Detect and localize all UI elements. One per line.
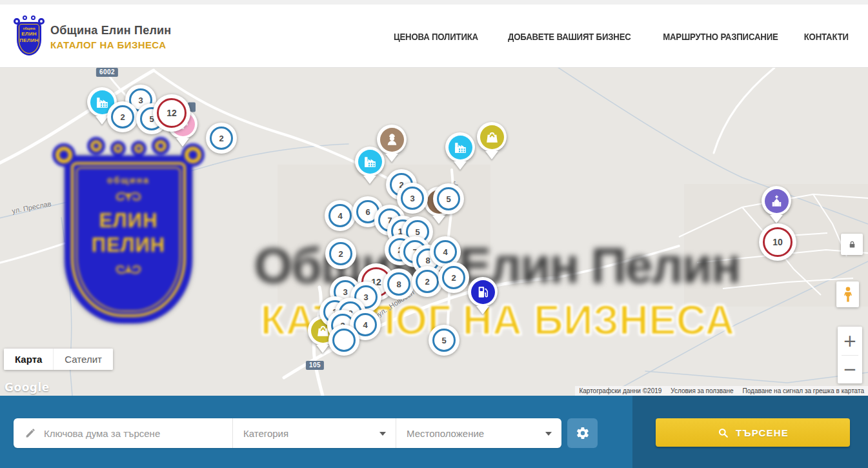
marker-cluster[interactable]: 5 [429, 325, 459, 356]
marker-cluster[interactable]: 2 [107, 101, 138, 132]
marker-cluster[interactable]: 5 [433, 183, 464, 214]
site-subtitle: КАТАЛОГ НА БИЗНЕСА [50, 39, 171, 50]
street-label: ул. Преслав [11, 199, 52, 215]
map-pin-factory[interactable] [445, 132, 475, 162]
marker-cluster[interactable] [328, 325, 359, 356]
attribution-copyright: Картографски данни ©2019 [579, 387, 661, 394]
route-shield: 105 [306, 361, 324, 370]
street-view-lock-button[interactable] [841, 234, 863, 255]
map-pin-fuel[interactable] [468, 277, 498, 307]
nav-route-schedule[interactable]: МАРШРУТНО РАЗПИСАНИЕ [663, 31, 778, 42]
marker-cluster[interactable]: 2 [206, 123, 237, 154]
marker-cluster[interactable]: 3 [397, 183, 428, 214]
search-icon [717, 427, 729, 439]
chevron-down-icon [545, 432, 552, 436]
chevron-down-icon [379, 432, 386, 436]
main-nav: ЦЕНОВА ПОЛИТИКА ДОБАВЕТЕ ВАШИЯТ БИЗНЕС М… [388, 5, 852, 68]
map-type-map-button[interactable]: Карта [4, 349, 53, 370]
lock-icon [847, 239, 857, 250]
search-fields: Категория Местоположение [14, 418, 561, 448]
crest-name-1: ЕЛИН [21, 31, 37, 37]
nav-contacts[interactable]: КОНТАКТИ [804, 31, 849, 42]
map-type-satellite-button[interactable]: Сателит [53, 349, 113, 370]
map-attribution: Картографски данни ©2019 Условия за полз… [575, 386, 868, 396]
page: община ЕЛИН ПЕЛИН Община Елин Пелин КАТА… [0, 0, 868, 468]
search-button[interactable]: ТЪРСЕНЕ [656, 418, 850, 447]
site-title: Община Елин Пелин [50, 24, 171, 37]
site-logo[interactable]: община ЕЛИН ПЕЛИН Община Елин Пелин КАТА… [14, 17, 171, 56]
map-type-switcher: Карта Сателит [4, 349, 113, 370]
zoom-in-button[interactable]: + [838, 327, 862, 355]
map-pin-bag[interactable] [477, 122, 507, 152]
pegman-control[interactable] [836, 281, 859, 307]
marker-cluster[interactable]: 2 [438, 262, 469, 293]
header: община ЕЛИН ПЕЛИН Община Елин Пелин КАТА… [0, 5, 868, 68]
marker-cluster[interactable]: 4 [325, 200, 356, 231]
marker-cluster[interactable]: 2 [325, 238, 356, 269]
marker-cluster[interactable]: 10 [759, 223, 796, 261]
category-select[interactable]: Категория [232, 418, 396, 448]
advanced-search-button[interactable] [567, 418, 598, 448]
location-select[interactable]: Местоположение [396, 418, 561, 448]
map-pin-worker[interactable] [377, 125, 407, 154]
keyword-field[interactable] [14, 418, 232, 448]
search-bar: Категория Местоположение ТЪРСЕНЕ [0, 396, 868, 468]
zoom-out-button[interactable]: − [838, 355, 862, 383]
map-markers-layer: 3251222354671352278412822333834510600210… [0, 68, 868, 396]
zoom-control: + − [838, 327, 862, 383]
map-pin-church[interactable] [762, 186, 791, 216]
attribution-terms-link[interactable]: Условия за ползване [671, 387, 733, 394]
marker-cluster[interactable]: 12 [153, 94, 190, 132]
route-shield: 6002 [96, 68, 118, 77]
nav-add-business[interactable]: ДОБАВЕТЕ ВАШИЯТ БИЗНЕС [508, 31, 631, 42]
crest-name-2: ПЕЛИН [19, 37, 39, 43]
gear-icon [576, 426, 590, 440]
pencil-icon [25, 427, 36, 439]
crest-small-text: община [23, 26, 35, 30]
keyword-input[interactable] [44, 428, 218, 439]
attribution-report-link[interactable]: Подаване на сигнал за грешка в картата [743, 387, 864, 394]
top-strip [0, 0, 868, 5]
pegman-icon [841, 285, 855, 303]
google-logo[interactable]: Google [5, 381, 50, 394]
marker-cluster[interactable]: 8 [383, 269, 414, 300]
map-canvas[interactable]: община ЕЛИН ПЕЛИН Община Елин Пелин КАТА… [0, 68, 868, 396]
nav-pricing[interactable]: ЦЕНОВА ПОЛИТИКА [394, 31, 478, 42]
municipality-crest-logo: община ЕЛИН ПЕЛИН [14, 17, 44, 56]
map-pin-factory[interactable] [355, 147, 385, 176]
